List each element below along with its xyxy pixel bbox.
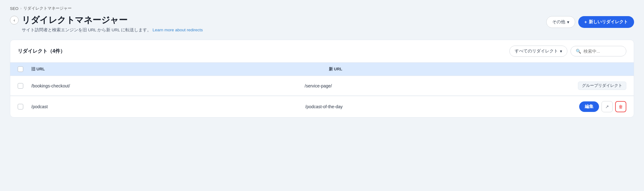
search-box: 🔍 [570, 46, 626, 56]
row2-old-url: /podcast [31, 104, 305, 109]
external-link-icon: ↗ [605, 104, 609, 109]
breadcrumb-parent[interactable]: SEO [10, 6, 18, 11]
search-icon: 🔍 [576, 49, 581, 54]
learn-more-link[interactable]: Learn more about redirects [153, 28, 203, 32]
col-checkbox [18, 66, 31, 72]
redirects-table: 旧 URL 新 URL /bookings-checkout/ /service… [10, 62, 634, 117]
header-buttons: その他 ▾ + 新しいリダイレクト [546, 14, 634, 28]
row1-actions: グループリダイレクト [578, 82, 626, 90]
header-title-row: ‹ リダイレクトマネージャー [10, 14, 203, 26]
breadcrumb: SEO › リダイレクトマネージャー [10, 6, 634, 11]
col-new-url: 新 URL [329, 66, 626, 72]
breadcrumb-current: リダイレクトマネージャー [23, 6, 72, 11]
row1-old-url: /bookings-checkout/ [31, 83, 305, 88]
breadcrumb-separator: › [20, 6, 21, 11]
new-redirect-button[interactable]: + 新しいリダイレクト [578, 16, 634, 28]
header-checkbox[interactable] [18, 66, 23, 72]
row1-new-url: /service-page/ [305, 83, 578, 88]
other-button[interactable]: その他 ▾ [546, 16, 575, 28]
page-title: リダイレクトマネージャー [22, 14, 127, 26]
table-header-row: 旧 URL 新 URL [10, 62, 634, 76]
row1-checkbox[interactable] [18, 83, 23, 89]
card-actions: すべてのリダイレクト ▾ 🔍 [509, 46, 626, 57]
trash-icon: 🗑 [619, 104, 623, 109]
card-title: リダイレクト（4件） [18, 48, 65, 55]
header-left: ‹ リダイレクトマネージャー サイト訪問者と検索エンジンを旧 URL から新 U… [10, 14, 203, 33]
card-header: リダイレクト（4件） すべてのリダイレクト ▾ 🔍 [10, 40, 634, 62]
group-redirect-tag: グループリダイレクト [578, 82, 626, 90]
delete-button[interactable]: 🗑 [615, 101, 626, 112]
page-subtitle: サイト訪問者と検索エンジンを旧 URL から新 URL に転送します。 Lear… [22, 27, 203, 33]
row2-checkbox-cell [18, 104, 31, 109]
search-input[interactable] [584, 49, 621, 54]
row1-checkbox-cell [18, 83, 31, 89]
row2-checkbox[interactable] [18, 104, 23, 109]
chevron-down-icon: ▾ [560, 49, 562, 54]
back-button[interactable]: ‹ [10, 16, 19, 24]
table-row: /bookings-checkout/ /service-page/ グループリ… [10, 76, 634, 96]
plus-icon: + [584, 20, 587, 24]
page-header: ‹ リダイレクトマネージャー サイト訪問者と検索エンジンを旧 URL から新 U… [10, 14, 634, 33]
main-card: リダイレクト（4件） すべてのリダイレクト ▾ 🔍 旧 URL 新 [10, 40, 634, 118]
filter-dropdown[interactable]: すべてのリダイレクト ▾ [509, 46, 567, 57]
row2-actions: 編集 ↗ 🗑 [579, 101, 626, 112]
external-link-button[interactable]: ↗ [602, 101, 613, 112]
col-old-url: 旧 URL [31, 66, 329, 72]
edit-button[interactable]: 編集 [579, 101, 599, 112]
row2-new-url: /podcast-of-the-day [305, 104, 579, 109]
table-row: /podcast /podcast-of-the-day 編集 ↗ 🗑 [10, 96, 634, 117]
